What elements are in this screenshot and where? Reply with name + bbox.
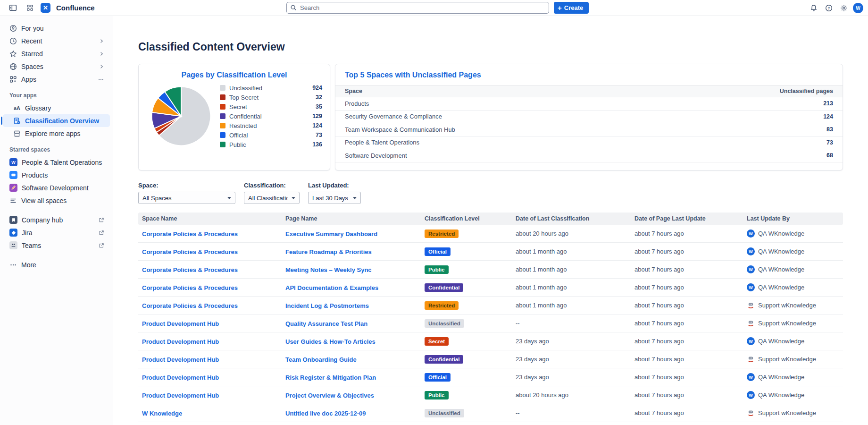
page-name-link[interactable]: Team Onboarding Guide <box>285 356 357 363</box>
sidebar-item-recent[interactable]: Recent <box>3 34 110 47</box>
sidebar-item-people-talent-operations[interactable]: W People & Talent Operations <box>3 156 110 169</box>
top5-row: People & Talent Operations 73 <box>335 136 843 150</box>
space-name-link[interactable]: Corporate Policies & Procedures <box>142 284 238 291</box>
page-name-link[interactable]: Quality Assurance Test Plan <box>285 320 367 327</box>
last-update-by-cell: W Support wKnowledge <box>743 409 843 417</box>
space-name-link[interactable]: Corporate Policies & Procedures <box>142 230 238 238</box>
space-name-link[interactable]: Product Development Hub <box>142 392 219 399</box>
page-name-link[interactable]: Risk Register & Mitigation Plan <box>285 374 376 381</box>
agent-avatar-icon <box>747 409 755 417</box>
sidebar-item-teams[interactable]: Teams <box>3 239 110 252</box>
last-updated-filter-select[interactable]: Last 30 Days <box>308 192 361 204</box>
page-name-link[interactable]: Feature Roadmap & Priorities <box>285 248 372 255</box>
page-name-link[interactable]: Executive Summary Dashboard <box>285 230 377 238</box>
user-avatar: W <box>747 265 755 273</box>
user-avatar[interactable]: W <box>853 3 863 13</box>
sidebar-item-for-you[interactable]: For you <box>3 22 110 34</box>
settings-gear-icon[interactable] <box>838 2 850 14</box>
sidebar-item-apps[interactable]: Apps <box>3 73 110 85</box>
clock-icon <box>9 37 17 45</box>
space-name-link[interactable]: Product Development Hub <box>142 374 219 381</box>
date-page-last-update: about 7 hours ago <box>631 248 743 255</box>
sidebar-item-spaces[interactable]: Spaces <box>3 60 110 73</box>
space-filter-label: Space: <box>138 182 235 189</box>
classification-overview-icon <box>13 117 21 125</box>
app-switcher-icon[interactable] <box>24 2 36 14</box>
table-row: Corporate Policies & Procedures Feature … <box>138 243 843 261</box>
classification-filter-select[interactable]: All Classifications <box>244 192 300 204</box>
sidebar-item-explore-more-apps[interactable]: Explore more apps <box>3 127 110 140</box>
sidebar-item-company-hub[interactable]: Company hub <box>3 213 110 226</box>
sidebar-item-starred[interactable]: Starred <box>3 47 110 60</box>
sidebar-item-more[interactable]: More <box>3 258 110 271</box>
main-content: Classified Content Overview Pages by Cla… <box>113 16 868 425</box>
classification-filter-wrap: All Classifications <box>244 192 300 204</box>
sidebar-item-software-development[interactable]: Software Development <box>3 181 110 194</box>
apps-icon <box>9 76 17 83</box>
collapse-sidebar-icon[interactable] <box>7 2 19 14</box>
chevron-right-icon <box>99 51 104 57</box>
last-update-by-name: Support wKnowledge <box>758 302 816 309</box>
space-name-link[interactable]: W Knowledge <box>142 410 182 417</box>
last-update-by-name: QA WKnowledge <box>758 248 804 255</box>
space-name-link[interactable]: Product Development Hub <box>142 320 219 327</box>
plus-icon: + <box>558 4 562 12</box>
page-name-link[interactable]: API Documentation & Examples <box>285 284 378 291</box>
notifications-bell-icon[interactable] <box>808 2 820 14</box>
legend-swatch <box>220 113 225 119</box>
space-filter-select[interactable]: All Spaces <box>138 192 235 204</box>
date-last-classification: about 20 hours ago <box>512 230 631 237</box>
create-button[interactable]: + Create <box>554 2 589 14</box>
space-name-link[interactable]: Product Development Hub <box>142 338 219 345</box>
sidebar-item-jira[interactable]: Jira <box>3 226 110 239</box>
legend-item: Official 73 <box>220 130 322 140</box>
external-link-icon <box>99 243 104 248</box>
classification-badge: Official <box>425 373 451 382</box>
sidebar-item-glossary[interactable]: aA Glossary <box>3 102 110 114</box>
last-update-by-cell: W QA WKnowledge <box>743 391 843 399</box>
last-update-by-name: Support wKnowledge <box>758 356 816 363</box>
table-row: Corporate Policies & Procedures Executiv… <box>138 225 843 243</box>
space-name-link[interactable]: Product Development Hub <box>142 356 219 363</box>
legend-swatch <box>220 94 225 100</box>
ellipsis-icon <box>9 261 17 269</box>
classification-badge: Restricted <box>425 301 459 310</box>
last-update-by-cell: W Support wKnowledge <box>743 301 843 309</box>
last-update-by-name: QA WKnowledge <box>758 266 804 273</box>
page-name-link[interactable]: Meeting Notes – Weekly Sync <box>285 266 372 273</box>
last-update-by-name: QA WKnowledge <box>758 284 804 291</box>
storefront-icon <box>13 130 21 137</box>
confluence-logo-icon: ✕ <box>41 3 50 13</box>
top-bar: ✕ Confluence + Create ? W <box>0 0 868 16</box>
more-options-icon[interactable] <box>98 76 104 83</box>
legend-swatch <box>220 132 225 138</box>
jira-icon <box>9 229 17 237</box>
date-page-last-update: about 7 hours ago <box>631 409 743 416</box>
company-hub-icon <box>9 216 17 224</box>
last-update-by-name: QA WKnowledge <box>758 230 804 237</box>
pie-chart-title: Pages by Classification Level <box>146 71 322 79</box>
last-update-by-cell: W QA WKnowledge <box>743 337 843 345</box>
last-updated-filter-label: Last Updated: <box>308 182 361 189</box>
classification-badge: Unclassified <box>425 319 464 328</box>
table-row: Corporate Policies & Procedures API Docu… <box>138 279 843 297</box>
page-name-link[interactable]: Project Overview & Objectives <box>285 392 374 399</box>
page-name-link[interactable]: Untitled live doc 2025-12-09 <box>285 410 366 417</box>
page-name-link[interactable]: User Guides & How-To Articles <box>285 338 376 345</box>
search-input[interactable] <box>286 2 549 14</box>
sidebar-item-products[interactable]: Products <box>3 169 110 181</box>
last-update-by-name: QA WKnowledge <box>758 391 804 399</box>
sidebar-item-classification-overview[interactable]: Classification Overview <box>3 114 110 127</box>
date-last-classification: about 1 month ago <box>512 266 631 273</box>
pie-chart <box>149 84 213 148</box>
last-update-by-cell: W QA WKnowledge <box>743 247 843 255</box>
help-icon[interactable]: ? <box>823 2 835 14</box>
top5-card: Top 5 Spaces with Unclassified Pages Spa… <box>335 64 843 170</box>
sidebar-item-view-all-spaces[interactable]: View all spaces <box>3 194 110 207</box>
table-row: Product Development Hub Quality Assuranc… <box>138 314 843 332</box>
space-name-link[interactable]: Corporate Policies & Procedures <box>142 302 238 309</box>
date-page-last-update: about 7 hours ago <box>631 230 743 237</box>
space-name-link[interactable]: Corporate Policies & Procedures <box>142 266 238 273</box>
space-name-link[interactable]: Corporate Policies & Procedures <box>142 248 238 255</box>
page-name-link[interactable]: Incident Log & Postmortems <box>285 302 369 309</box>
